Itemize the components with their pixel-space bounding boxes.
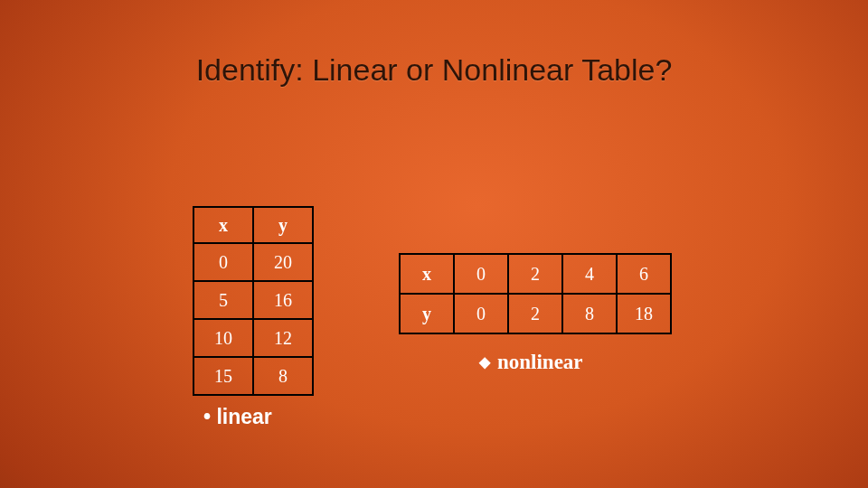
right-table-cell: 6 <box>617 254 671 294</box>
table-row: x y <box>193 207 313 243</box>
right-table-cell: 4 <box>562 254 617 294</box>
table-row: 0 20 <box>193 243 313 281</box>
left-table-cell: 16 <box>253 281 313 319</box>
left-table-cell: 12 <box>253 319 313 357</box>
table-row: y 0 2 8 18 <box>400 294 671 333</box>
page-title: Identify: Linear or Nonlinear Table? <box>0 52 868 88</box>
left-table-cell: 10 <box>193 319 253 357</box>
right-table: x 0 2 4 6 y 0 2 8 18 <box>399 253 672 334</box>
table-row: 10 12 <box>193 319 313 357</box>
right-table-header-y: y <box>400 294 454 333</box>
right-table-cell: 0 <box>454 254 508 294</box>
left-table-caption: linear <box>203 405 272 429</box>
table-row: 5 16 <box>193 281 313 319</box>
right-table-caption-text: nonlinear <box>497 351 583 373</box>
left-table-cell: 20 <box>253 243 313 281</box>
left-table-cell: 0 <box>193 243 253 281</box>
right-table-cell: 2 <box>508 254 562 294</box>
diamond-bullet-icon: ◆ <box>479 354 490 370</box>
left-table-cell: 8 <box>253 357 313 395</box>
right-table-caption: ◆nonlinear <box>479 351 583 374</box>
right-table-header-x: x <box>400 254 454 294</box>
left-table: x y 0 20 5 16 10 12 15 8 <box>193 206 314 396</box>
left-table-header-y: y <box>253 207 313 243</box>
right-table-cell: 8 <box>562 294 617 333</box>
right-table-cell: 18 <box>617 294 671 333</box>
left-table-cell: 15 <box>193 357 253 395</box>
right-table-cell: 0 <box>454 294 508 333</box>
table-row: x 0 2 4 6 <box>400 254 671 294</box>
left-table-header-x: x <box>193 207 253 243</box>
left-table-cell: 5 <box>193 281 253 319</box>
right-table-cell: 2 <box>508 294 562 333</box>
table-row: 15 8 <box>193 357 313 395</box>
